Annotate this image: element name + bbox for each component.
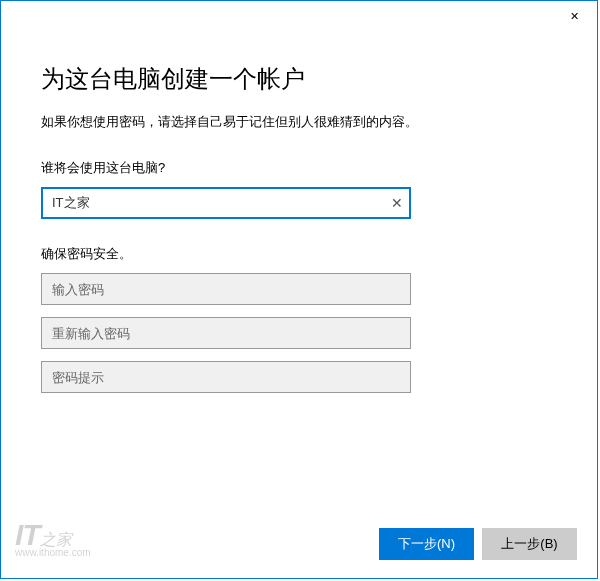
confirm-password-input-wrap	[41, 317, 411, 349]
titlebar: ✕	[1, 1, 597, 31]
content-area: 为这台电脑创建一个帐户 如果你想使用密码，请选择自己易于记住但别人很难猜到的内容…	[1, 31, 597, 393]
clear-input-icon[interactable]: ✕	[391, 195, 403, 211]
watermark: IT之家 www.ithome.com	[15, 520, 91, 558]
password-hint-input-wrap	[41, 361, 411, 393]
watermark-url: www.ithome.com	[15, 548, 91, 558]
confirm-password-input[interactable]	[41, 317, 411, 349]
dialog-window: ✕ 为这台电脑创建一个帐户 如果你想使用密码，请选择自己易于记住但别人很难猜到的…	[0, 0, 598, 579]
watermark-brand-sub: 之家	[40, 531, 72, 548]
password-input[interactable]	[41, 273, 411, 305]
password-section-label: 确保密码安全。	[41, 245, 557, 263]
password-hint-input[interactable]	[41, 361, 411, 393]
watermark-brand-main: IT	[15, 518, 40, 551]
back-button[interactable]: 上一步(B)	[482, 528, 577, 560]
close-button[interactable]: ✕	[551, 1, 597, 31]
page-title: 为这台电脑创建一个帐户	[41, 63, 557, 95]
footer-buttons: 下一步(N) 上一步(B)	[379, 528, 577, 560]
next-button[interactable]: 下一步(N)	[379, 528, 474, 560]
username-input-wrap: ✕	[41, 187, 411, 219]
password-input-wrap	[41, 273, 411, 305]
username-label: 谁将会使用这台电脑?	[41, 159, 557, 177]
close-icon: ✕	[570, 10, 579, 23]
username-input[interactable]	[41, 187, 411, 219]
page-subtitle: 如果你想使用密码，请选择自己易于记住但别人很难猜到的内容。	[41, 113, 557, 131]
